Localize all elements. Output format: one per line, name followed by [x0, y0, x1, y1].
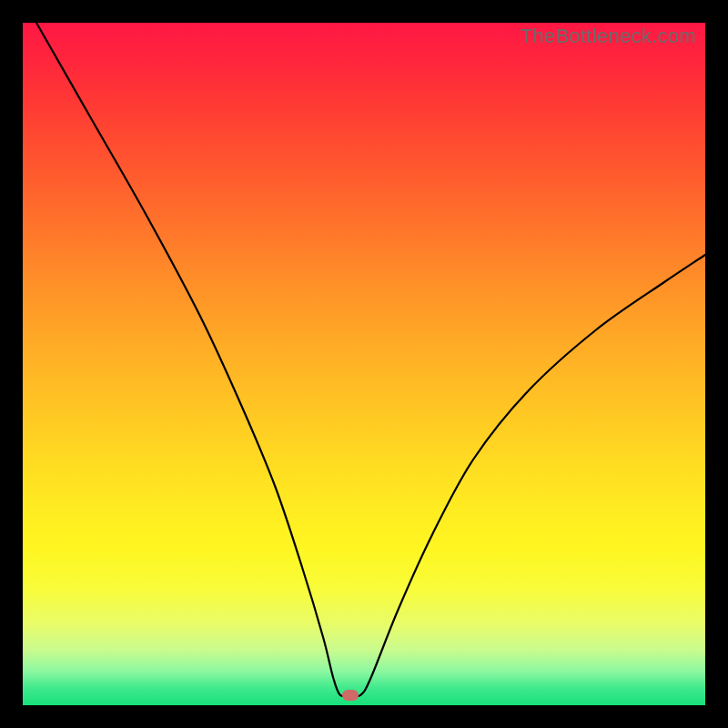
plot-area: TheBottleneck.com [23, 23, 705, 705]
mismatch-curve [23, 23, 705, 705]
chart-frame: TheBottleneck.com [0, 0, 728, 728]
optimum-marker [342, 690, 359, 701]
